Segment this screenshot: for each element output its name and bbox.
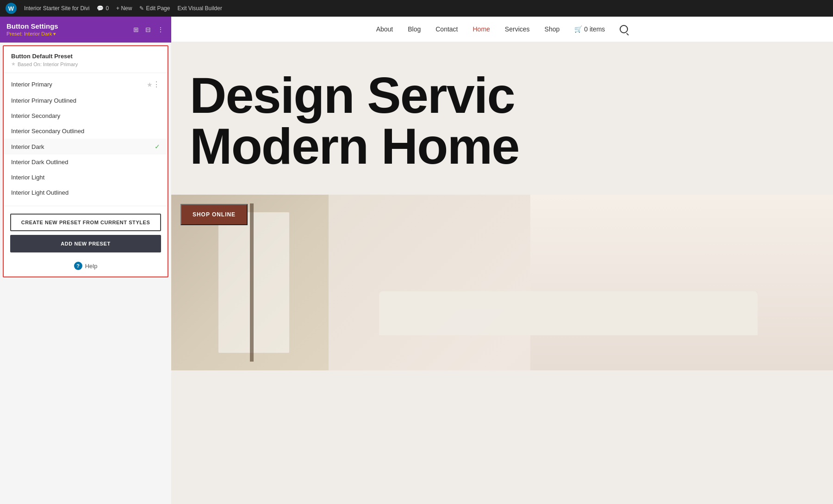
- preset-item[interactable]: Interior Dark Outlined: [4, 154, 168, 170]
- admin-bar: W Interior Starter Site for Divi 💬 0 + N…: [0, 0, 833, 17]
- star-icon-sm: ★: [11, 61, 16, 67]
- default-preset-based: ★ Based On: Interior Primary: [11, 61, 160, 67]
- panel-preset-subtitle: Preset: Interior Dark ▾: [6, 31, 58, 37]
- hero-section: Design Servic Modern Home: [171, 42, 833, 185]
- preset-list: Interior Primary ★ ⋮ Interior Primary Ou…: [4, 73, 168, 203]
- default-preset-title: Button Default Preset: [11, 53, 160, 60]
- left-panel: Button Settings Preset: Interior Dark ▾ …: [0, 17, 171, 504]
- help-row: ? Help: [4, 259, 168, 277]
- panel-title: Button Settings: [6, 22, 58, 30]
- nav-home[interactable]: Home: [473, 25, 490, 33]
- main-layout: Button Settings Preset: Interior Dark ▾ …: [0, 17, 833, 504]
- star-icon: ★: [147, 81, 153, 88]
- preset-actions: CREATE NEW PRESET FROM CURRENT STYLES AD…: [4, 209, 168, 259]
- nav-shop[interactable]: Shop: [545, 25, 560, 33]
- search-icon[interactable]: [620, 25, 628, 33]
- preset-panel: Button Default Preset ★ Based On: Interi…: [3, 45, 168, 277]
- expand-icon[interactable]: ⊞: [132, 25, 140, 34]
- columns-icon[interactable]: ⊟: [144, 25, 152, 34]
- nav-blog[interactable]: Blog: [408, 25, 421, 33]
- site-name[interactable]: Interior Starter Site for Divi: [24, 5, 89, 12]
- nav-cart[interactable]: 🛒 0 items: [574, 25, 605, 33]
- nav-services[interactable]: Services: [505, 25, 530, 33]
- cart-icon: 🛒: [574, 25, 582, 33]
- interior-image-right: [329, 195, 833, 370]
- sofa-shape: [379, 291, 758, 335]
- panel-header-left: Button Settings Preset: Interior Dark ▾: [6, 22, 58, 37]
- create-preset-button[interactable]: CREATE NEW PRESET FROM CURRENT STYLES: [10, 214, 161, 231]
- edit-page-button[interactable]: ✎ Edit Page: [139, 5, 170, 12]
- nav-contact[interactable]: Contact: [435, 25, 458, 33]
- add-preset-button[interactable]: ADD NEW PRESET: [10, 235, 161, 252]
- comment-count[interactable]: 💬 0: [97, 5, 109, 12]
- panel-header-icons: ⊞ ⊟ ⋮: [132, 25, 165, 34]
- default-preset-row: Button Default Preset ★ Based On: Interi…: [4, 46, 168, 73]
- more-options-icon[interactable]: ⋮: [156, 25, 165, 34]
- exit-builder-button[interactable]: Exit Visual Builder: [177, 5, 222, 12]
- image-card-right: [329, 195, 833, 370]
- preset-item[interactable]: Interior Secondary Outlined: [4, 123, 168, 139]
- right-content: About Blog Contact Home Services Shop 🛒 …: [171, 17, 833, 504]
- shop-online-button[interactable]: SHOP ONLINE: [180, 204, 248, 225]
- image-section: SHOP ONLINE: [171, 195, 833, 370]
- preset-item[interactable]: Interior Light Outlined: [4, 185, 168, 200]
- site-nav: About Blog Contact Home Services Shop 🛒 …: [171, 17, 833, 42]
- preset-item[interactable]: Interior Primary ★ ⋮: [4, 76, 168, 93]
- help-icon[interactable]: ?: [74, 262, 82, 270]
- preset-divider: [4, 206, 168, 206]
- preset-item-active[interactable]: Interior Dark ✓: [4, 139, 168, 154]
- panel-header: Button Settings Preset: Interior Dark ▾ …: [0, 17, 171, 43]
- image-card-left: SHOP ONLINE: [171, 195, 329, 370]
- hero-title: Design Servic Modern Home: [190, 70, 814, 172]
- wp-icon[interactable]: W: [6, 3, 17, 14]
- item-dots-icon[interactable]: ⋮: [153, 80, 160, 89]
- preset-item[interactable]: Interior Secondary: [4, 108, 168, 123]
- help-label[interactable]: Help: [85, 263, 98, 270]
- nav-about[interactable]: About: [376, 25, 393, 33]
- preset-item[interactable]: Interior Primary Outlined: [4, 93, 168, 108]
- check-icon: ✓: [155, 143, 160, 150]
- new-button[interactable]: + New: [116, 5, 132, 12]
- preset-item[interactable]: Interior Light: [4, 170, 168, 185]
